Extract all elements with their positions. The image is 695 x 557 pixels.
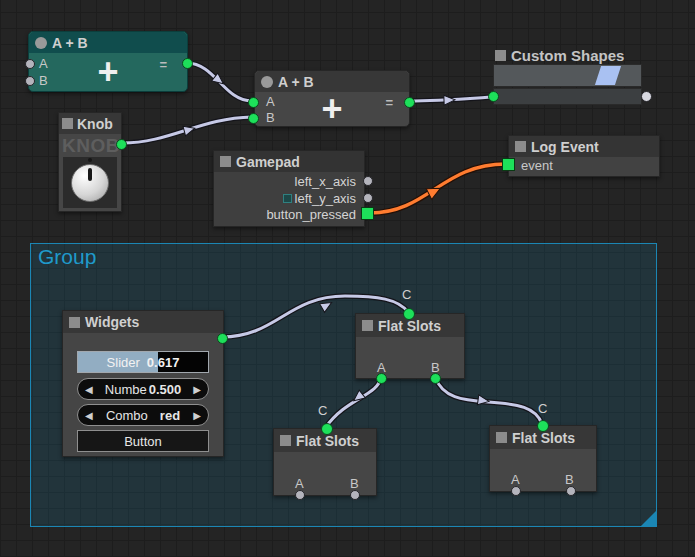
input-pin-c[interactable] — [321, 423, 333, 435]
node-title: Custom Shapes — [511, 47, 624, 64]
knob-tick — [88, 158, 92, 162]
pin-label-a: A — [295, 477, 304, 491]
input-pin-event[interactable] — [502, 158, 515, 171]
node-gamepad[interactable]: Gamepad left_x_axis left_y_axis button_p… — [213, 150, 365, 227]
pin-label-c: C — [318, 403, 327, 418]
combo-label: Combo — [106, 408, 148, 423]
output-pin-b[interactable] — [566, 486, 576, 496]
number-text: Numbe 0.500 — [96, 379, 190, 399]
input-pin-c[interactable] — [537, 420, 549, 432]
circle-icon — [35, 37, 47, 49]
input-pin-c[interactable] — [403, 308, 415, 320]
node-header[interactable]: Knob — [59, 113, 121, 134]
pin-label-a: A — [511, 473, 520, 487]
node-header[interactable]: Widgets — [63, 311, 223, 333]
node-header[interactable]: Gamepad — [214, 151, 364, 172]
wire-arrow-icon — [212, 73, 227, 88]
slider-value: 0.617 — [147, 355, 180, 370]
group-resize-handle[interactable] — [641, 511, 656, 526]
pin-label-b: B — [565, 473, 574, 487]
node-title: Knob — [77, 116, 113, 132]
node-knob[interactable]: Knob KNOB — [58, 112, 122, 212]
shape-track[interactable] — [493, 64, 642, 87]
input-pin-a[interactable] — [248, 97, 259, 108]
output-pin-left-y-axis[interactable] — [363, 193, 373, 203]
equals-label: = — [385, 95, 393, 110]
number-value: 0.500 — [149, 382, 182, 397]
node-title: Gamepad — [236, 154, 300, 170]
wire-add1-to-add2[interactable] — [187, 63, 252, 101]
output-pin[interactable] — [641, 91, 652, 102]
output-row-left-y-axis: left_y_axis — [283, 190, 356, 206]
wire-knob-to-add2[interactable] — [122, 117, 252, 143]
slider-widget[interactable]: Slider 0.617 — [77, 351, 209, 373]
square-icon — [515, 141, 526, 152]
knob-dial[interactable] — [71, 164, 109, 202]
node-flat-slots-right[interactable]: Flat Slots C A B — [489, 425, 597, 492]
input-pin-b[interactable] — [248, 113, 259, 124]
pin-label: left_x_axis — [295, 174, 356, 189]
checkbox-icon[interactable] — [283, 194, 292, 203]
node-add-2[interactable]: A + B A B + = — [254, 70, 410, 127]
pin-label: button_pressed — [266, 207, 356, 222]
arrow-left-icon[interactable]: ◀ — [85, 405, 93, 425]
button-widget[interactable]: Button — [77, 430, 209, 452]
node-header[interactable]: Log Event — [509, 136, 659, 157]
wire-arrow-icon — [183, 123, 196, 136]
arrow-right-icon[interactable]: ▶ — [193, 379, 201, 399]
combo-value: red — [160, 408, 180, 423]
arrow-left-icon[interactable]: ◀ — [85, 379, 93, 399]
wire-add2-to-custom-shapes[interactable] — [408, 95, 492, 105]
output-pin-button-pressed[interactable] — [361, 207, 374, 220]
output-pin-left-x-axis[interactable] — [363, 176, 373, 186]
square-icon — [362, 320, 373, 331]
output-pin[interactable] — [404, 97, 415, 108]
input-pin[interactable] — [488, 91, 499, 102]
node-title: A + B — [278, 74, 314, 90]
node-widgets[interactable]: Widgets Slider 0.617 ◀ Numbe 0.500 ▶ ◀ C… — [62, 310, 224, 457]
node-flat-slots-top[interactable]: Flat Slots C A B — [355, 313, 465, 379]
node-editor-canvas[interactable]: Group — [0, 0, 695, 557]
square-icon — [496, 432, 507, 443]
pin-label-c: C — [538, 401, 547, 416]
output-pin-a[interactable] — [376, 373, 387, 384]
output-pin-a[interactable] — [511, 486, 521, 496]
combo-stepper[interactable]: ◀ Combo red ▶ — [77, 404, 209, 426]
node-custom-shapes[interactable]: Custom Shapes — [493, 47, 643, 105]
output-pin[interactable] — [217, 333, 228, 344]
group-label[interactable]: Group — [38, 245, 96, 269]
parallelogram-shape[interactable] — [595, 66, 621, 85]
node-header[interactable]: Custom Shapes — [495, 47, 624, 64]
wire-arrow-icon — [444, 95, 455, 105]
pin-label: left_y_axis — [295, 191, 356, 206]
number-stepper[interactable]: ◀ Numbe 0.500 ▶ — [77, 378, 209, 400]
node-title: Log Event — [531, 139, 599, 155]
node-log-event[interactable]: Log Event event — [508, 135, 660, 177]
knob-watermark: KNOB — [62, 135, 120, 157]
pin-label-b: B — [350, 477, 359, 491]
circle-icon — [261, 76, 273, 88]
input-pin-b[interactable] — [25, 76, 35, 86]
pin-label-event: event — [521, 159, 553, 173]
pin-bar — [493, 88, 642, 105]
input-pin-a[interactable] — [25, 59, 35, 69]
knob-well — [63, 157, 117, 208]
wire-gamepad-to-log-event[interactable] — [370, 164, 506, 213]
node-title: A + B — [52, 35, 88, 51]
equals-label: = — [159, 57, 167, 72]
square-icon — [62, 118, 73, 129]
arrow-right-icon[interactable]: ▶ — [193, 405, 201, 425]
node-title: Widgets — [85, 314, 139, 330]
square-icon — [495, 50, 506, 61]
output-pin-b[interactable] — [430, 373, 441, 384]
output-pin-b[interactable] — [350, 490, 360, 500]
node-flat-slots-left[interactable]: Flat Slots C A B — [273, 428, 377, 496]
output-pin-a[interactable] — [295, 490, 305, 500]
number-label: Numbe — [105, 382, 147, 397]
square-icon — [69, 317, 80, 328]
node-add-1[interactable]: A + B A B + = — [28, 31, 188, 92]
slider-text: Slider 0.617 — [78, 352, 208, 372]
square-icon — [220, 156, 231, 167]
output-pin[interactable] — [182, 58, 193, 69]
output-pin[interactable] — [116, 139, 127, 150]
